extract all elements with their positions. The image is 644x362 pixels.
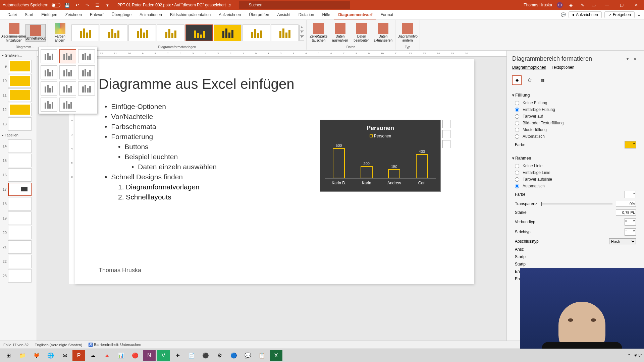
chart-style-4[interactable] — [157, 24, 184, 41]
chart-legend[interactable]: Personen — [325, 134, 436, 138]
chart-style-6[interactable] — [214, 24, 241, 41]
tab-ueberpruefen[interactable]: Überprüfen — [245, 10, 273, 19]
slide-title[interactable]: Diagramme aus Excel einfügen — [99, 76, 451, 92]
ribbon-chevron-icon[interactable]: ⌄ — [637, 12, 641, 17]
search-input[interactable] — [239, 1, 350, 9]
tab-einfuegen[interactable]: Einfügen — [37, 10, 61, 19]
quick-layout-7[interactable] — [41, 81, 57, 96]
slide-thumb-21[interactable] — [8, 240, 32, 254]
tab-entwurf[interactable]: Entwurf — [86, 10, 108, 19]
chart-filter-icon[interactable]: ▥ — [442, 140, 450, 148]
chart-style-5-selected[interactable] — [185, 24, 213, 41]
tab-start[interactable]: Start — [21, 10, 37, 19]
bullet-5-2[interactable]: 2. Schnelllayouts — [99, 192, 451, 202]
switch-rowcol-button[interactable]: Zeile/Spalte tauschen — [309, 22, 329, 43]
compound-button[interactable]: ≡ — [625, 218, 636, 226]
select-data-button[interactable]: Daten auswählen — [330, 22, 350, 43]
quick-layout-6[interactable] — [78, 65, 95, 79]
subtab-text-options[interactable]: Textoptionen — [551, 65, 574, 71]
window-icon[interactable]: ▭ — [590, 2, 597, 8]
transparency-slider[interactable] — [541, 203, 612, 204]
maximize-button[interactable]: ▢ — [616, 3, 627, 7]
style-scroll-down[interactable]: ▾ — [300, 30, 304, 36]
weather-widget[interactable]: ☀ 5° — [634, 353, 642, 358]
language-status[interactable]: Englisch (Vereinigte Staaten) — [35, 343, 82, 347]
refresh-data-button[interactable]: Daten aktualisieren — [373, 22, 393, 43]
size-tab-icon[interactable]: ▦ — [538, 75, 547, 85]
chart-style-1[interactable] — [71, 24, 99, 41]
slide-counter[interactable]: Folie 17 von 32 — [3, 343, 29, 347]
line-gradient-radio[interactable] — [515, 177, 519, 182]
quick-layout-9[interactable] — [78, 81, 95, 96]
app-icon-4[interactable]: 📄 — [185, 350, 198, 361]
accessibility-status[interactable]: ♿ Barrierefreiheit: Untersuchen — [88, 343, 141, 347]
width-input[interactable] — [616, 209, 636, 216]
change-colors-button[interactable]: Farben ändern — [50, 22, 70, 43]
slide-thumb-20[interactable] — [8, 226, 32, 239]
close-button[interactable]: ✕ — [631, 3, 641, 7]
fill-auto-radio[interactable] — [515, 134, 519, 139]
tray-chevron-icon[interactable]: ⌃ — [628, 353, 631, 358]
tab-uebergaenge[interactable]: Übergänge — [108, 10, 136, 19]
tab-zeichnen[interactable]: Zeichnen — [61, 10, 86, 19]
telegram-icon[interactable]: ✈ — [171, 350, 184, 361]
slide-thumbnails-panel[interactable]: Grafiken... 9 10 11 12 Diagramm... 13 Ta… — [0, 51, 37, 341]
quick-layout-4[interactable] — [41, 65, 57, 79]
app-icon-1[interactable]: ☁ — [87, 350, 99, 361]
slide-thumb-11[interactable] — [8, 88, 32, 102]
vlc-icon[interactable]: 🔺 — [101, 350, 113, 361]
outlook-icon[interactable]: ✉ — [58, 350, 71, 361]
fill-line-tab-icon[interactable]: ◆ — [512, 75, 522, 85]
tab-hilfe[interactable]: Hilfe — [318, 10, 334, 19]
chrome-icon[interactable]: 🌐 — [44, 350, 57, 361]
style-expand[interactable]: ⊻ — [300, 36, 304, 41]
line-auto-radio[interactable] — [515, 184, 519, 188]
edit-data-button[interactable]: Daten bearbeiten — [352, 22, 372, 43]
tab-bildschirm[interactable]: Bildschirmpräsentation — [166, 10, 215, 19]
slide-thumb-17[interactable] — [8, 183, 32, 196]
quick-layout-button[interactable]: Schnelllayout — [25, 24, 46, 42]
section-fill[interactable]: Füllung — [512, 91, 639, 100]
pen-icon[interactable]: ✎ — [579, 2, 586, 8]
record-button[interactable]: ● Aufzeichnen — [569, 11, 602, 18]
comments-icon[interactable]: 💬 — [561, 12, 566, 17]
slide-thumb-16[interactable] — [8, 168, 32, 182]
tab-ansicht[interactable]: Ansicht — [273, 10, 294, 19]
more-qat-icon[interactable]: ▾ — [104, 2, 111, 8]
slide-canvas[interactable]: Diagramme aus Excel einfügen Einfüge-Opt… — [75, 59, 474, 284]
chart-plus-icon[interactable]: + — [442, 120, 450, 128]
redo-icon[interactable]: ↷ — [84, 2, 91, 8]
autosave-toggle[interactable] — [52, 3, 60, 7]
line-none-radio[interactable] — [515, 164, 519, 168]
add-chart-element-button[interactable]: Diagrammelement hinzufügen — [4, 22, 24, 43]
tab-aufzeichnen[interactable]: Aufzeichnen — [215, 10, 245, 19]
app-icon-2[interactable]: 📊 — [115, 350, 127, 361]
effects-tab-icon[interactable]: ⬠ — [525, 75, 534, 85]
line-color-button[interactable] — [625, 191, 636, 198]
fill-color-button[interactable] — [625, 141, 636, 148]
chart-style-3[interactable] — [128, 24, 156, 41]
visio-icon[interactable]: V — [157, 350, 170, 361]
app-icon-3[interactable]: 🔴 — [129, 350, 142, 361]
line-solid-radio[interactable] — [515, 171, 519, 175]
slide-thumb-18[interactable] — [8, 197, 32, 210]
app-icon-6[interactable]: 🔵 — [227, 350, 240, 361]
quick-layout-10[interactable] — [41, 98, 57, 112]
obs-icon[interactable]: ⚫ — [199, 350, 212, 361]
app-icon-8[interactable]: 📋 — [256, 350, 268, 361]
slide-footer[interactable]: Thomas Hruska — [99, 267, 141, 274]
section-tabellen[interactable]: Tabellen — [1, 132, 35, 138]
fill-none-radio[interactable] — [515, 101, 519, 105]
user-name[interactable]: Thomas Hruska — [524, 3, 552, 7]
save-icon[interactable]: 💾 — [64, 2, 70, 8]
slide-thumb-15[interactable] — [8, 154, 32, 167]
app-icon-5[interactable]: ⚙ — [213, 350, 226, 361]
tab-animationen[interactable]: Animationen — [136, 10, 166, 19]
quick-layout-3[interactable] — [78, 49, 95, 63]
pane-close-icon[interactable]: ✕ — [631, 57, 639, 61]
explorer-icon[interactable]: 📁 — [16, 350, 29, 361]
section-border[interactable]: Rahmen — [512, 154, 639, 163]
app-icon-7[interactable]: 💬 — [241, 350, 254, 361]
share-button[interactable]: ↗ Freigeben — [604, 11, 635, 18]
transparency-input[interactable] — [616, 201, 636, 207]
